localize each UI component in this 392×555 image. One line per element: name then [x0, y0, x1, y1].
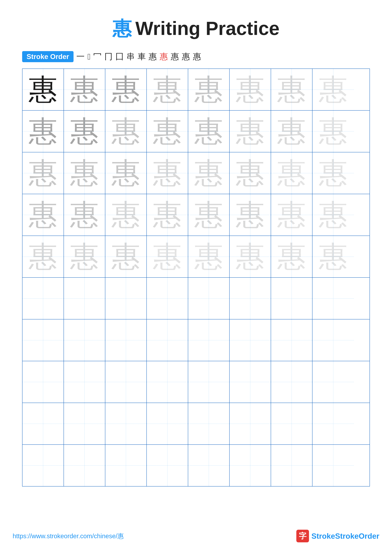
- footer-logo: 字 StrokeStrokeOrder: [296, 530, 379, 542]
- grid-cell-3-3[interactable]: 惠: [105, 152, 147, 194]
- grid-cell-3-7[interactable]: 惠: [271, 152, 313, 194]
- grid-cell-4-1[interactable]: 惠: [22, 194, 64, 236]
- grid-cell-3-6[interactable]: 惠: [230, 152, 271, 194]
- grid-cell-7-4[interactable]: [147, 319, 188, 361]
- grid-cell-5-1[interactable]: 惠: [22, 236, 64, 277]
- char-light: 惠: [29, 159, 57, 187]
- grid-cell-9-5[interactable]: [188, 403, 230, 445]
- grid-cell-4-4[interactable]: 惠: [147, 194, 188, 236]
- grid-cell-7-1[interactable]: [22, 319, 64, 361]
- grid-cell-4-3[interactable]: 惠: [105, 194, 147, 236]
- grid-cell-8-6[interactable]: [230, 361, 271, 403]
- grid-cell-5-8[interactable]: 惠: [313, 236, 354, 277]
- grid-cell-8-1[interactable]: [22, 361, 64, 403]
- grid-cell-8-3[interactable]: [105, 361, 147, 403]
- grid-cell-5-4[interactable]: 惠: [147, 236, 188, 277]
- char-light: 惠: [277, 117, 306, 146]
- grid-cell-8-8[interactable]: [313, 361, 354, 403]
- grid-cell-1-8[interactable]: 惠: [313, 69, 354, 110]
- grid-cell-2-3[interactable]: 惠: [105, 110, 147, 152]
- stroke-order-row: Stroke Order 一 𠃋 冖 冂 囗 串 車 惠 惠 惠 惠 惠: [13, 51, 379, 62]
- grid-cell-1-7[interactable]: 惠: [271, 69, 313, 110]
- grid-cell-4-2[interactable]: 惠: [64, 194, 105, 236]
- grid-cell-6-7[interactable]: [271, 278, 313, 319]
- grid-cell-9-1[interactable]: [22, 403, 64, 445]
- grid-cell-2-7[interactable]: 惠: [271, 110, 313, 152]
- grid-row-9: [22, 403, 370, 445]
- grid-cell-10-4[interactable]: [147, 445, 188, 486]
- grid-cell-10-1[interactable]: [22, 445, 64, 486]
- grid-cell-7-7[interactable]: [271, 319, 313, 361]
- grid-cell-2-1[interactable]: 惠: [22, 110, 64, 152]
- grid-cell-6-4[interactable]: [147, 278, 188, 319]
- grid-cell-1-4[interactable]: 惠: [147, 69, 188, 110]
- grid-cell-8-5[interactable]: [188, 361, 230, 403]
- grid-cell-1-2[interactable]: 惠: [64, 69, 105, 110]
- grid-cell-6-1[interactable]: [22, 278, 64, 319]
- grid-cell-6-2[interactable]: [64, 278, 105, 319]
- char-light: 惠: [153, 117, 182, 146]
- grid-cell-3-2[interactable]: 惠: [64, 152, 105, 194]
- grid-cell-10-5[interactable]: [188, 445, 230, 486]
- char-light: 惠: [112, 117, 140, 146]
- grid-cell-3-1[interactable]: 惠: [22, 152, 64, 194]
- grid-cell-5-2[interactable]: 惠: [64, 236, 105, 277]
- grid-cell-9-4[interactable]: [147, 403, 188, 445]
- grid-cell-7-3[interactable]: [105, 319, 147, 361]
- grid-cell-5-3[interactable]: 惠: [105, 236, 147, 277]
- grid-cell-9-3[interactable]: [105, 403, 147, 445]
- grid-cell-9-7[interactable]: [271, 403, 313, 445]
- grid-cell-7-8[interactable]: [313, 319, 354, 361]
- grid-cell-6-5[interactable]: [188, 278, 230, 319]
- grid-cell-10-6[interactable]: [230, 445, 271, 486]
- grid-cell-7-6[interactable]: [230, 319, 271, 361]
- grid-cell-4-5[interactable]: 惠: [188, 194, 230, 236]
- grid-cell-4-6[interactable]: 惠: [230, 194, 271, 236]
- grid-cell-7-5[interactable]: [188, 319, 230, 361]
- grid-cell-6-3[interactable]: [105, 278, 147, 319]
- grid-cell-5-5[interactable]: 惠: [188, 236, 230, 277]
- grid-cell-2-2[interactable]: 惠: [64, 110, 105, 152]
- grid-cell-2-8[interactable]: 惠: [313, 110, 354, 152]
- grid-cell-7-2[interactable]: [64, 319, 105, 361]
- grid-cell-9-2[interactable]: [64, 403, 105, 445]
- practice-grid: 惠 惠 惠 惠 惠 惠 惠 惠 惠 惠 惠: [22, 68, 370, 487]
- grid-cell-10-3[interactable]: [105, 445, 147, 486]
- stroke-steps: 一 𠃋 冖 冂 囗 串 車 惠 惠 惠 惠 惠: [76, 51, 201, 62]
- grid-cell-10-8[interactable]: [313, 445, 354, 486]
- grid-cell-1-1[interactable]: 惠: [22, 69, 64, 110]
- grid-cell-8-2[interactable]: [64, 361, 105, 403]
- char-light: 惠: [29, 117, 57, 146]
- grid-cell-1-5[interactable]: 惠: [188, 69, 230, 110]
- grid-cell-10-7[interactable]: [271, 445, 313, 486]
- grid-cell-1-3[interactable]: 惠: [105, 69, 147, 110]
- grid-cell-9-6[interactable]: [230, 403, 271, 445]
- grid-cell-2-4[interactable]: 惠: [147, 110, 188, 152]
- char-light: 惠: [70, 242, 99, 271]
- grid-cell-3-4[interactable]: 惠: [147, 152, 188, 194]
- char-light: 惠: [153, 159, 182, 187]
- grid-cell-1-6[interactable]: 惠: [230, 69, 271, 110]
- grid-cell-4-8[interactable]: 惠: [313, 194, 354, 236]
- char-light: 惠: [153, 242, 182, 271]
- grid-cell-5-6[interactable]: 惠: [230, 236, 271, 277]
- grid-cell-3-8[interactable]: 惠: [313, 152, 354, 194]
- grid-cell-8-7[interactable]: [271, 361, 313, 403]
- grid-cell-5-7[interactable]: 惠: [271, 236, 313, 277]
- footer-url[interactable]: https://www.strokeorder.com/chinese/惠: [13, 532, 124, 540]
- grid-row-5: 惠 惠 惠 惠 惠 惠 惠 惠: [22, 236, 370, 278]
- stroke-step-9: 惠: [160, 51, 168, 62]
- grid-cell-9-8[interactable]: [313, 403, 354, 445]
- char-light: 惠: [277, 159, 306, 187]
- char-light: 惠: [236, 201, 264, 229]
- char-light: 惠: [319, 159, 347, 187]
- char-light: 惠: [319, 117, 347, 146]
- grid-cell-8-4[interactable]: [147, 361, 188, 403]
- grid-cell-6-8[interactable]: [313, 278, 354, 319]
- grid-cell-4-7[interactable]: 惠: [271, 194, 313, 236]
- grid-cell-2-5[interactable]: 惠: [188, 110, 230, 152]
- grid-cell-6-6[interactable]: [230, 278, 271, 319]
- grid-cell-3-5[interactable]: 惠: [188, 152, 230, 194]
- grid-cell-10-2[interactable]: [64, 445, 105, 486]
- grid-cell-2-6[interactable]: 惠: [230, 110, 271, 152]
